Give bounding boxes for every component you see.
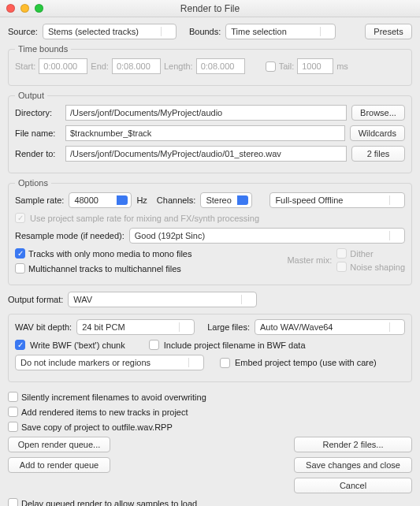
- source-select[interactable]: Stems (selected tracks)▲▼: [43, 24, 177, 39]
- window-controls: [6, 4, 43, 13]
- multichannel-checkbox[interactable]: [15, 263, 25, 273]
- include-proj-checkbox[interactable]: [149, 340, 159, 350]
- render-button[interactable]: Render 2 files...: [294, 437, 412, 452]
- length-label: Length:: [164, 61, 193, 71]
- sample-rate-select[interactable]: 48000▲▼: [69, 192, 132, 208]
- tail-label: Tail:: [279, 61, 295, 71]
- start-input: 0:00.000: [39, 58, 87, 74]
- delay-queued-checkbox[interactable]: [8, 498, 18, 506]
- length-input: 0:08.000: [196, 58, 245, 74]
- wav-bit-depth-select[interactable]: 24 bit PCM▲▼: [76, 319, 195, 335]
- filename-input[interactable]: $tracknumber_$track: [65, 125, 345, 141]
- silent-inc-checkbox[interactable]: [8, 392, 18, 402]
- embed-tempo-checkbox[interactable]: [220, 358, 230, 368]
- save-copy-label: Save copy of project to outfile.wav.RPP: [21, 422, 173, 432]
- add-rendered-checkbox[interactable]: [8, 407, 18, 417]
- add-queue-button[interactable]: Add to render queue: [8, 457, 110, 473]
- zoom-icon[interactable]: [35, 4, 43, 13]
- noise-shaping-checkbox: [336, 262, 347, 272]
- sample-rate-label: Sample rate:: [15, 195, 64, 205]
- add-rendered-label: Add rendered items to new tracks in proj…: [21, 407, 188, 417]
- embed-tempo-label: Embed project tempo (use with care): [235, 358, 377, 367]
- channels-label: Channels:: [157, 195, 196, 205]
- source-label: Source:: [8, 27, 38, 36]
- write-bwf-label: Write BWF ('bext') chunk: [30, 340, 125, 350]
- wav-bit-depth-label: WAV bit depth:: [15, 322, 72, 332]
- mono-tracks-checkbox[interactable]: [15, 248, 25, 259]
- filename-label: File name:: [15, 128, 61, 138]
- end-input: 0:08.000: [112, 58, 161, 74]
- save-close-button[interactable]: Save changes and close: [294, 457, 412, 473]
- noise-shaping-label: Noise shaping: [350, 262, 405, 272]
- wildcards-button[interactable]: Wildcards: [350, 125, 405, 141]
- master-mix-label: Master mix:: [287, 255, 332, 265]
- dither-label: Dither: [350, 249, 373, 259]
- time-bounds-legend: Time bounds: [15, 44, 71, 54]
- output-legend: Output: [15, 91, 47, 100]
- output-group: Output Directory: /Users/jonf/Documents/…: [8, 91, 412, 173]
- two-files-button[interactable]: 2 files: [351, 146, 405, 162]
- close-icon[interactable]: [6, 4, 15, 13]
- window-title: Render to File: [0, 3, 420, 14]
- start-label: Start:: [15, 61, 35, 71]
- presets-button[interactable]: Presets: [365, 24, 412, 39]
- ms-label: ms: [336, 61, 348, 71]
- tail-input: 1000: [297, 58, 333, 74]
- bounds-label: Bounds:: [189, 27, 221, 36]
- directory-input[interactable]: /Users/jonf/Documents/MyProject/audio: [65, 105, 347, 121]
- offline-select[interactable]: Full-speed Offline▲▼: [269, 192, 405, 208]
- delay-queued-label: Delay queued render to allow samples to …: [21, 499, 197, 507]
- include-proj-label: Include project filename in BWF data: [164, 340, 306, 350]
- titlebar: Render to File: [0, 0, 420, 17]
- bounds-select[interactable]: Time selection▲▼: [225, 24, 336, 39]
- dither-checkbox: [336, 248, 347, 259]
- multichannel-label: Multichannel tracks to multichannel file…: [28, 264, 181, 273]
- silent-inc-label: Silently increment filenames to avoid ov…: [21, 393, 206, 402]
- markers-select[interactable]: Do not include markers or regions▲▼: [15, 355, 204, 370]
- options-legend: Options: [15, 178, 51, 188]
- save-copy-checkbox[interactable]: [8, 422, 18, 432]
- output-format-label: Output format:: [8, 295, 63, 304]
- tail-checkbox[interactable]: [266, 61, 276, 72]
- resample-select[interactable]: Good (192pt Sinc)▲▼: [129, 228, 405, 244]
- time-bounds-group: Time bounds Start: 0:00.000 End: 0:08.00…: [8, 44, 412, 86]
- end-label: End:: [91, 61, 109, 71]
- output-format-select[interactable]: WAV▲▼: [68, 292, 257, 307]
- use-project-sr-label: Use project sample rate for mixing and F…: [30, 214, 259, 223]
- wav-group: WAV bit depth: 24 bit PCM▲▼ Large files:…: [8, 314, 412, 382]
- large-files-label: Large files:: [207, 322, 250, 332]
- directory-label: Directory:: [15, 108, 61, 117]
- options-group: Options Sample rate: 48000▲▼ Hz Channels…: [8, 178, 412, 285]
- render-to-label: Render to:: [15, 149, 61, 158]
- resample-label: Resample mode (if needed):: [15, 231, 125, 240]
- use-project-sr-checkbox: [15, 213, 25, 223]
- hz-label: Hz: [136, 195, 147, 205]
- minimize-icon[interactable]: [20, 4, 29, 13]
- open-queue-button[interactable]: Open render queue...: [8, 437, 110, 452]
- cancel-button[interactable]: Cancel: [294, 478, 412, 493]
- large-files-select[interactable]: Auto WAV/Wave64▲▼: [255, 319, 405, 335]
- mono-tracks-label: Tracks with only mono media to mono file…: [28, 249, 191, 259]
- write-bwf-checkbox[interactable]: [15, 340, 25, 350]
- channels-select[interactable]: Stereo▲▼: [200, 192, 252, 208]
- render-to-input[interactable]: /Users/jonf/Documents/MyProject/audio/01…: [65, 146, 347, 162]
- browse-button[interactable]: Browse...: [351, 105, 405, 121]
